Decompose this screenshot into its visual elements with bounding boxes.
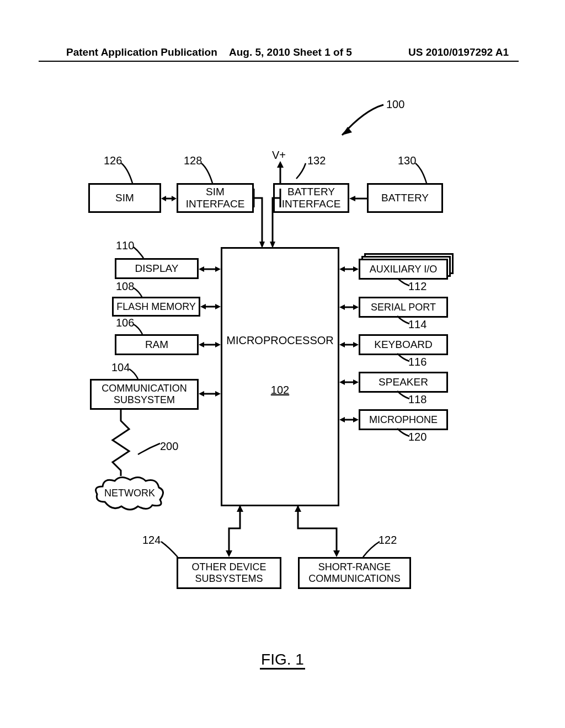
ram-box: RAM <box>115 334 199 355</box>
sim-interface-box: SIM INTERFACE <box>177 183 254 213</box>
v-plus-arrow <box>276 160 287 185</box>
lead-126 <box>121 163 143 185</box>
label-200: 200 <box>160 440 178 453</box>
other-subsystems-box: OTHER DEVICE SUBSYSTEMS <box>177 557 281 589</box>
svg-marker-4 <box>161 196 166 201</box>
label-130: 130 <box>398 154 416 167</box>
keyboard-box: KEYBOARD <box>359 334 448 355</box>
svg-marker-14 <box>200 304 206 309</box>
arrow-micro-aux <box>339 265 359 274</box>
speaker-box: SPEAKER <box>359 372 448 393</box>
svg-marker-26 <box>339 304 345 310</box>
lead-120 <box>397 429 412 440</box>
label-124: 124 <box>142 534 161 547</box>
label-106: 106 <box>116 317 134 329</box>
lead-128 <box>201 163 223 185</box>
figure-label: FIG. 1 <box>0 651 565 668</box>
lead-200 <box>138 443 162 457</box>
header-divider <box>39 61 519 62</box>
arrow-micro-shortrange <box>298 506 342 557</box>
label-102: 102 <box>271 384 289 397</box>
date-sheet-text: Aug. 5, 2010 Sheet 1 of 5 <box>229 46 352 58</box>
svg-marker-0 <box>342 127 352 135</box>
svg-marker-27 <box>353 304 359 310</box>
serial-port-box: SERIAL PORT <box>359 297 448 318</box>
svg-marker-15 <box>215 304 221 309</box>
zigzag-comm-network <box>113 410 135 476</box>
svg-marker-35 <box>339 417 345 422</box>
svg-marker-29 <box>339 342 345 347</box>
arrow-micro-keyboard <box>339 340 359 349</box>
svg-marker-5 <box>172 196 177 201</box>
label-128: 128 <box>184 154 202 167</box>
aux-io-box: AUXILIARY I/O <box>359 259 448 280</box>
sim-box: SIM <box>88 183 161 213</box>
arrow-sim-simiface <box>161 194 177 203</box>
label-104: 104 <box>111 361 130 374</box>
label-108: 108 <box>116 280 134 293</box>
lead-118 <box>397 391 412 402</box>
arrow-battery <box>349 194 367 203</box>
diagram-container: 100 SIM SIM INTERFACE BATTERY INTERFACE … <box>0 83 565 667</box>
label-110: 110 <box>116 239 134 252</box>
microphone-box: MICROPHONE <box>359 409 448 430</box>
arrow-display-micro <box>199 265 221 274</box>
svg-marker-20 <box>199 391 204 397</box>
flash-box: FLASH MEMORY <box>112 297 200 317</box>
svg-marker-30 <box>353 342 359 347</box>
svg-marker-37 <box>226 550 232 557</box>
arrow-micro-serial <box>339 303 359 312</box>
svg-marker-21 <box>215 391 221 397</box>
lead-106 <box>134 324 149 335</box>
network-cloud: NETWORK <box>94 475 166 511</box>
svg-marker-7 <box>349 196 355 201</box>
comm-subsystem-box: COMMUNICATION SUBSYSTEM <box>90 379 199 410</box>
svg-marker-36 <box>353 417 359 422</box>
label-100: 100 <box>386 98 404 111</box>
arrow-flash-micro <box>200 302 221 311</box>
lead-108 <box>134 288 149 299</box>
display-box: DISPLAY <box>115 258 199 279</box>
svg-marker-8 <box>259 242 265 248</box>
publication-text: Patent Application Publication <box>66 46 217 58</box>
arrow-comm-micro <box>199 389 221 398</box>
lead-122 <box>363 542 383 558</box>
svg-marker-12 <box>215 266 221 272</box>
arrow-micro-mic <box>339 415 359 424</box>
lead-104 <box>129 369 145 380</box>
svg-marker-18 <box>215 342 221 347</box>
lead-114 <box>397 316 412 327</box>
publication-number: US 2010/0197292 A1 <box>408 46 509 58</box>
lead-124 <box>161 542 181 558</box>
svg-marker-24 <box>353 266 359 272</box>
arrow-micro-speaker <box>339 378 359 387</box>
svg-marker-9 <box>270 242 275 248</box>
lead-112 <box>397 278 412 289</box>
lead-110 <box>134 247 149 259</box>
svg-marker-32 <box>339 379 345 385</box>
label-126: 126 <box>104 154 122 167</box>
svg-marker-17 <box>199 342 204 347</box>
lead-116 <box>397 354 412 365</box>
short-range-box: SHORT-RANGE COMMUNICATIONS <box>298 557 411 589</box>
arrow-battiface-micro <box>265 183 287 249</box>
network-text: NETWORK <box>104 488 155 499</box>
arrow-micro-other <box>223 506 240 557</box>
svg-marker-2 <box>277 161 284 168</box>
svg-marker-11 <box>199 266 204 272</box>
arrow-ram-micro <box>199 340 221 349</box>
microprocessor-box: MICROPROCESSOR 102 <box>221 247 339 506</box>
svg-marker-33 <box>353 379 359 385</box>
svg-marker-39 <box>333 550 340 557</box>
microprocessor-text: MICROPROCESSOR <box>226 334 333 347</box>
battery-box: BATTERY <box>367 183 443 213</box>
lead-132 <box>303 163 325 185</box>
svg-marker-23 <box>339 266 345 272</box>
lead-130 <box>415 163 438 185</box>
